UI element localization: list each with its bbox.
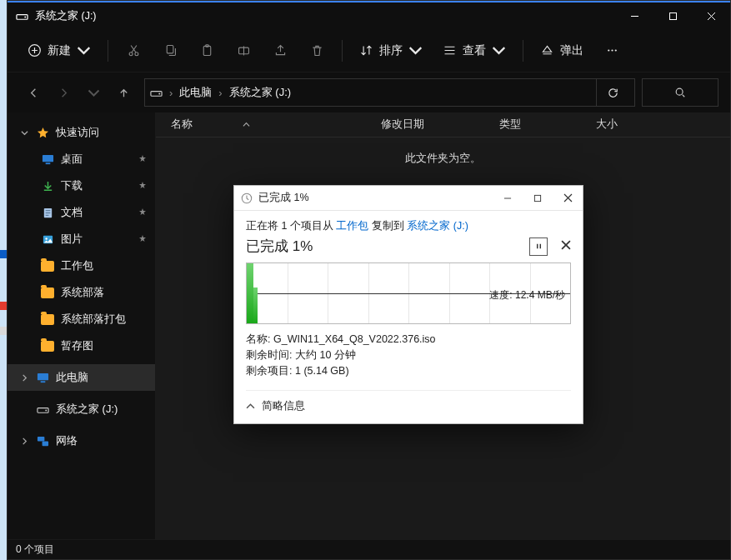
cancel-button[interactable] <box>561 240 571 252</box>
svg-rect-22 <box>40 381 45 382</box>
src-link[interactable]: 工作包 <box>336 220 368 232</box>
dialog-minimize-button[interactable] <box>493 186 523 211</box>
svg-rect-2 <box>669 12 676 19</box>
dst-link[interactable]: 系统之家 (J:) <box>407 220 468 232</box>
desktop-icon <box>41 152 54 166</box>
toolbar: 新建 排序 查看 弹出 <box>8 29 730 72</box>
more-button[interactable] <box>595 36 628 66</box>
dialog-maximize-button[interactable] <box>523 186 553 211</box>
eject-button[interactable]: 弹出 <box>532 36 592 66</box>
status-bar: 0 个项目 <box>8 539 730 559</box>
breadcrumb[interactable]: › 此电脑 › 系统之家 (J:) <box>144 78 635 107</box>
sidebar-label: 系统之家 (J:) <box>56 402 118 417</box>
breadcrumb-root[interactable]: 此电脑 <box>179 85 212 100</box>
up-button[interactable] <box>109 78 138 107</box>
svg-rect-16 <box>42 154 53 161</box>
pause-button[interactable] <box>529 238 548 256</box>
copy-dialog: 已完成 1% 正在将 1 个项目从 工作包 复制到 系统之家 (J:) 已完成 … <box>233 185 583 424</box>
sidebar-label: 桌面 <box>61 152 83 167</box>
view-button[interactable]: 查看 <box>434 36 514 66</box>
col-modified[interactable]: 修改日期 <box>366 118 484 132</box>
pin-icon <box>138 181 147 191</box>
details-toggle[interactable]: 简略信息 <box>246 390 571 413</box>
sidebar-item-1[interactable]: 下载 <box>8 172 155 199</box>
sidebar-drive[interactable]: 系统之家 (J:) <box>8 396 155 422</box>
sidebar-label: 工作包 <box>61 258 93 273</box>
close-button[interactable] <box>692 3 730 28</box>
new-label: 新建 <box>48 43 71 58</box>
svg-rect-6 <box>167 46 173 53</box>
svg-point-14 <box>158 92 160 94</box>
recent-button[interactable] <box>79 78 108 107</box>
sort-icon <box>359 43 373 58</box>
pin-icon <box>138 208 147 218</box>
chevron-down-icon <box>408 43 423 58</box>
window-titlebar: 系统之家 (J:) <box>8 1 730 29</box>
forward-button[interactable] <box>49 78 78 107</box>
minimize-button[interactable] <box>615 3 653 28</box>
share-button[interactable] <box>263 36 297 66</box>
sidebar-network[interactable]: 网络 <box>8 428 155 454</box>
sidebar-label: 快速访问 <box>56 125 99 140</box>
file-name: G_WIN11_X64_Q8_V2022.376.iso <box>273 333 436 345</box>
sidebar-label: 下载 <box>61 178 83 193</box>
col-name[interactable]: 名称 <box>156 118 366 132</box>
status-text: 0 个项目 <box>16 542 54 557</box>
clock-icon <box>241 192 253 204</box>
svg-point-4 <box>129 52 133 56</box>
sort-label: 排序 <box>379 43 403 58</box>
star-icon <box>36 126 49 139</box>
speed-graph: 速度: 12.4 MB/秒 <box>246 262 571 324</box>
sidebar-label: 图片 <box>61 232 83 247</box>
time-remaining: 大约 10 分钟 <box>295 349 356 361</box>
maximize-button[interactable] <box>653 3 692 28</box>
refresh-button[interactable] <box>596 79 629 106</box>
sidebar-item-4[interactable]: 工作包 <box>8 252 155 279</box>
breadcrumb-current[interactable]: 系统之家 (J:) <box>229 85 291 100</box>
copy-icon <box>163 43 178 58</box>
pin-icon <box>138 154 147 164</box>
download-icon <box>41 179 54 192</box>
progress-text: 已完成 1% <box>246 237 313 256</box>
back-button[interactable] <box>19 78 48 107</box>
svg-point-11 <box>611 49 613 51</box>
svg-rect-7 <box>203 46 211 55</box>
sidebar-item-7[interactable]: 暂存图 <box>8 332 155 359</box>
cut-icon <box>127 43 141 58</box>
chevron-right-icon <box>21 438 28 445</box>
sidebar-item-6[interactable]: 系统部落打包 <box>8 306 155 332</box>
dialog-title: 已完成 1% <box>258 191 309 205</box>
sort-button[interactable]: 排序 <box>351 36 431 66</box>
sidebar-item-5[interactable]: 系统部落 <box>8 279 155 306</box>
sidebar: 快速访问 桌面下载文档图片工作包系统部落系统部落打包暂存图 此电脑 系统之家 (… <box>8 112 156 539</box>
eject-label: 弹出 <box>560 43 583 58</box>
col-type[interactable]: 类型 <box>484 118 581 132</box>
dialog-close-button[interactable] <box>553 186 583 211</box>
sidebar-item-0[interactable]: 桌面 <box>8 146 155 172</box>
plus-circle-icon <box>28 43 42 58</box>
search-input[interactable] <box>642 78 718 107</box>
delete-button[interactable] <box>300 36 333 66</box>
new-button[interactable]: 新建 <box>19 36 99 66</box>
network-icon <box>36 434 49 448</box>
sidebar-quick-access[interactable]: 快速访问 <box>8 119 155 146</box>
cut-button[interactable] <box>117 36 150 66</box>
col-size[interactable]: 大小 <box>581 118 656 132</box>
chevron-up-icon <box>246 402 255 411</box>
sidebar-thispc[interactable]: 此电脑 <box>8 364 155 391</box>
sidebar-label: 此电脑 <box>56 370 88 385</box>
paste-icon <box>200 43 214 58</box>
sidebar-label: 系统部落打包 <box>61 312 126 327</box>
chevron-down-icon <box>492 43 506 58</box>
copy-button[interactable] <box>153 36 187 66</box>
svg-rect-28 <box>534 195 540 201</box>
rename-button[interactable] <box>227 36 260 66</box>
empty-message: 此文件夹为空。 <box>156 151 730 166</box>
svg-point-5 <box>134 52 138 56</box>
sidebar-item-2[interactable]: 文档 <box>8 199 155 226</box>
paste-button[interactable] <box>190 36 223 66</box>
view-icon <box>443 43 457 58</box>
sidebar-label: 系统部落 <box>61 285 104 300</box>
copy-info: 名称: G_WIN11_X64_Q8_V2022.376.iso 剩余时间: 大… <box>246 332 571 378</box>
sidebar-item-3[interactable]: 图片 <box>8 226 155 252</box>
